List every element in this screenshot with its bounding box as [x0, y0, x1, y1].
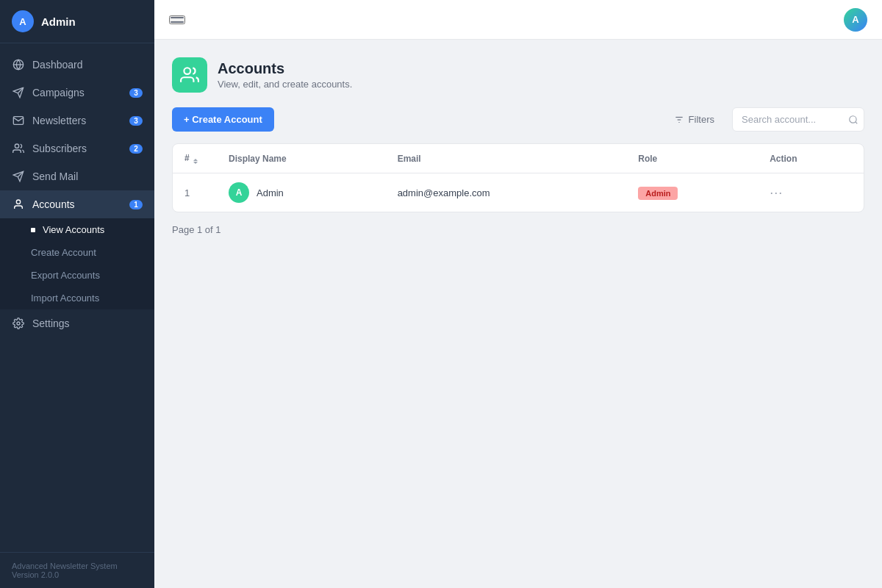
search-input[interactable] [732, 107, 864, 132]
hamburger-button[interactable] [169, 15, 185, 24]
col-header-display-name: Display Name [217, 144, 386, 173]
svg-point-6 [17, 322, 20, 325]
sidebar-item-export-accounts[interactable]: Export Accounts [0, 264, 154, 287]
sidebar-user-avatar: A [12, 10, 34, 32]
sidebar-footer: Advanced Newsletter System Version 2.0.0 [0, 552, 154, 588]
sort-icon-number [193, 159, 198, 164]
accounts-sub-nav: View Accounts Create Account Export Acco… [0, 218, 154, 309]
svg-point-7 [184, 68, 190, 74]
sidebar-item-settings[interactable]: Settings [0, 309, 154, 337]
sidebar-item-dashboard[interactable]: Dashboard [0, 51, 154, 79]
topbar: A [154, 0, 882, 40]
megaphone-icon [12, 86, 25, 99]
table-row: 1 A Admin admin@example.com Admi [173, 173, 864, 212]
sidebar-item-label-send-mail: Send Mail [32, 171, 78, 182]
sidebar: A Admin Dashboard Campaigns 3 Newsletter… [0, 0, 154, 588]
sidebar-item-label-campaigns: Campaigns [32, 87, 85, 98]
view-accounts-label: View Accounts [43, 224, 104, 235]
accounts-badge: 1 [129, 200, 143, 209]
globe-icon [12, 58, 25, 71]
create-account-label: Create Account [31, 247, 96, 258]
svg-point-5 [16, 200, 20, 204]
page-title-group: Accounts View, edit, and create accounts… [218, 60, 352, 90]
sidebar-item-send-mail[interactable]: Send Mail [0, 162, 154, 190]
sidebar-item-subscribers[interactable]: Subscribers 2 [0, 135, 154, 162]
svg-point-11 [850, 115, 856, 122]
sidebar-item-newsletters[interactable]: Newsletters 3 [0, 107, 154, 135]
page-header: Accounts View, edit, and create accounts… [172, 57, 864, 93]
sidebar-item-accounts[interactable]: Accounts 1 [0, 190, 154, 218]
accounts-table-wrapper: # Display Name Email Role Action [172, 143, 864, 212]
col-header-role: Role [626, 144, 758, 173]
page-title: Accounts [218, 60, 352, 77]
sidebar-item-view-accounts[interactable]: View Accounts [0, 218, 154, 241]
cell-action: ··· [758, 173, 864, 212]
subscribers-badge: 2 [129, 144, 143, 154]
page-subtitle: View, edit, and create accounts. [218, 79, 352, 90]
row-number-value: 1 [184, 187, 190, 198]
sidebar-item-label-newsletters: Newsletters [32, 115, 86, 126]
filters-button[interactable]: Filters [665, 108, 723, 131]
display-name-cell: A Admin [229, 182, 374, 203]
gear-icon [12, 317, 25, 330]
svg-line-12 [856, 121, 858, 123]
campaigns-badge: 3 [129, 88, 143, 98]
cell-display-name: A Admin [217, 173, 386, 212]
sidebar-item-label-dashboard: Dashboard [32, 59, 83, 71]
row-display-name: Admin [257, 187, 284, 198]
sidebar-item-label-settings: Settings [32, 318, 70, 329]
col-header-number: # [173, 144, 217, 173]
newsletters-badge: 3 [129, 116, 143, 126]
search-wrapper [732, 107, 864, 132]
table-header: # Display Name Email Role Action [173, 144, 864, 173]
row-avatar: A [229, 182, 249, 203]
topbar-right: A [844, 8, 867, 32]
sidebar-item-import-accounts[interactable]: Import Accounts [0, 287, 154, 309]
topbar-user-avatar[interactable]: A [844, 8, 867, 32]
col-header-action: Action [758, 144, 864, 173]
footer-line2: Version 2.0.0 [12, 570, 143, 579]
footer-line1: Advanced Newsletter System [12, 562, 143, 570]
sidebar-item-create-account[interactable]: Create Account [0, 241, 154, 264]
accounts-table: # Display Name Email Role Action [173, 144, 864, 212]
pagination: Page 1 of 1 [172, 224, 864, 235]
table-body: 1 A Admin admin@example.com Admi [173, 173, 864, 212]
action-menu-button[interactable]: ··· [770, 185, 783, 200]
col-number-label: # [184, 153, 190, 163]
filter-icon [674, 115, 684, 125]
main-content: Accounts View, edit, and create accounts… [154, 40, 882, 588]
send-icon [12, 170, 25, 183]
toolbar: + Create Account Filters [172, 107, 864, 132]
import-accounts-label: Import Accounts [31, 293, 99, 304]
main-area: A Accounts View, edit, and create accoun… [154, 0, 882, 588]
sidebar-app-title: Admin [41, 15, 76, 28]
users-icon [12, 142, 25, 155]
person-icon [12, 198, 25, 211]
sidebar-item-label-subscribers: Subscribers [32, 143, 87, 154]
create-account-button[interactable]: + Create Account [172, 107, 274, 132]
export-accounts-label: Export Accounts [31, 270, 100, 281]
sidebar-item-campaigns[interactable]: Campaigns 3 [0, 79, 154, 107]
sidebar-item-label-accounts: Accounts [32, 198, 75, 210]
svg-point-2 [15, 144, 18, 148]
cell-email: admin@example.com [386, 173, 627, 212]
role-badge: Admin [638, 187, 678, 200]
cell-number: 1 [173, 173, 217, 212]
filters-label: Filters [689, 114, 714, 125]
row-email: admin@example.com [398, 187, 490, 198]
mail-icon [12, 114, 25, 127]
sidebar-nav: Dashboard Campaigns 3 Newsletters 3 Subs… [0, 43, 154, 552]
search-icon[interactable] [848, 115, 858, 125]
sidebar-header: A Admin [0, 0, 154, 43]
col-header-email: Email [386, 144, 627, 173]
cell-role: Admin [626, 173, 758, 212]
page-icon [172, 57, 207, 93]
toolbar-right: Filters [665, 107, 864, 132]
